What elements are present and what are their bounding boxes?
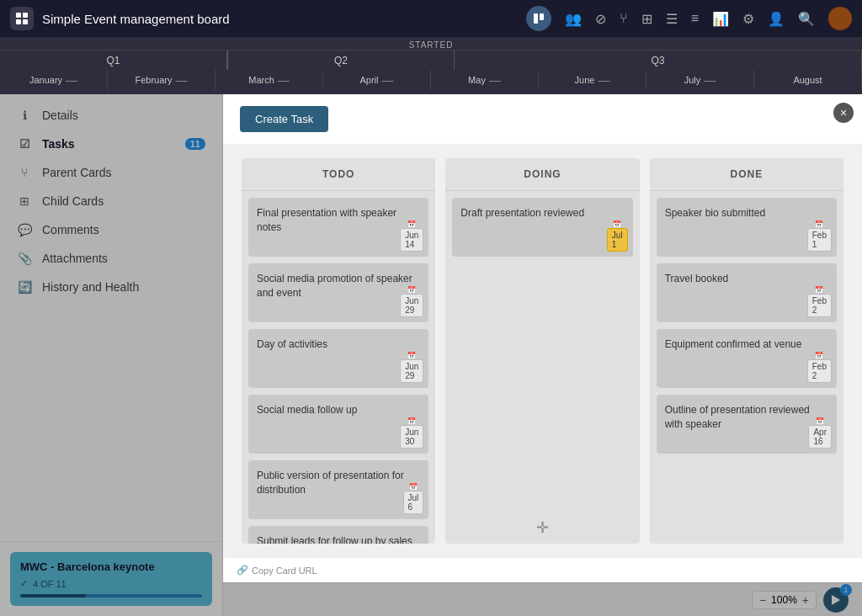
- copy-url-label: Copy Card URL: [252, 566, 317, 576]
- create-task-button[interactable]: Create Task: [240, 106, 328, 132]
- month-april: April—: [323, 70, 431, 90]
- month-july: July—: [646, 70, 754, 90]
- date-label: Jun29: [400, 359, 423, 383]
- card-text: Social media promotion of speaker and ev…: [257, 272, 420, 300]
- task-modal: × Create Task TODO Final presentation wi…: [223, 94, 862, 582]
- timeline-months: January— February— March— April— May— Ju…: [0, 70, 862, 90]
- card-date: 📅 Jul6: [403, 483, 424, 514]
- date-label: Feb2: [807, 359, 832, 383]
- search-icon[interactable]: 🔍: [798, 11, 815, 27]
- kanban-col-done: DONE Speaker bio submitted 📅 Feb1 Travel…: [650, 158, 843, 544]
- card-text: Day of activities: [257, 337, 420, 352]
- date-label: Jul6: [403, 491, 424, 514]
- card-text: Final presentation with speaker notes: [257, 206, 420, 235]
- card-text: Speaker bio submitted: [665, 206, 828, 220]
- date-label: Jun14: [400, 228, 423, 252]
- timeline-quarters: Q1 Q2 Q3: [0, 50, 862, 70]
- card-date: 📅 Jun30: [400, 417, 423, 449]
- kanban-board: TODO Final presentation with speaker not…: [223, 145, 862, 557]
- card-date: 📅 Jun29: [400, 352, 423, 383]
- date-label: Feb1: [807, 228, 832, 252]
- card-date: 📅 Jun14: [400, 220, 423, 252]
- card-social-follow-up[interactable]: Social media follow up 📅 Jun30: [248, 395, 428, 454]
- date-label: Feb2: [807, 294, 832, 317]
- svg-rect-3: [23, 19, 28, 24]
- card-day-activities[interactable]: Day of activities 📅 Jun29: [248, 329, 428, 388]
- modal-overlay: × Create Task TODO Final presentation wi…: [0, 94, 862, 616]
- month-january: January—: [0, 70, 108, 90]
- date-label: Jun29: [400, 294, 423, 317]
- card-draft-presentation[interactable]: Draft presentation reviewed 📅 Jul1: [452, 198, 632, 257]
- calendar-icon: 📅: [816, 417, 824, 425]
- app-title: Simple Event management board: [42, 12, 518, 26]
- settings-icon[interactable]: ⚙: [742, 11, 754, 27]
- card-equipment-confirmed[interactable]: Equipment confirmed at venue 📅 Feb2: [657, 329, 837, 388]
- svg-rect-0: [16, 13, 21, 18]
- card-text: Travel booked: [665, 272, 828, 286]
- app-logo[interactable]: [10, 7, 34, 30]
- todo-cards: Final presentation with speaker notes 📅 …: [242, 191, 435, 544]
- card-social-media-promotion[interactable]: Social media promotion of speaker and ev…: [248, 263, 428, 322]
- modal-header: Create Task: [223, 94, 862, 145]
- card-outline-presentation[interactable]: Outline of presentation reviewed with sp…: [657, 395, 837, 454]
- main-area: ℹ Details ☑ Tasks 11 ⑂ Parent Cards ⊞ Ch…: [0, 94, 862, 616]
- month-may: May—: [431, 70, 539, 90]
- link-icon: 🔗: [237, 565, 248, 576]
- quarter-q3: Q3: [455, 50, 862, 70]
- people-icon[interactable]: 👥: [565, 11, 582, 27]
- month-june: June—: [539, 70, 646, 90]
- copy-card-url[interactable]: 🔗 Copy Card URL: [223, 557, 862, 582]
- calendar-icon: 📅: [407, 286, 416, 294]
- doing-cards: Draft presentation reviewed 📅 Jul1: [445, 191, 639, 512]
- topbar-icons: 👥 ⊘ ⑂ ⊞ ☰ ≡ 📊 ⚙ 👤 🔍: [526, 6, 852, 31]
- kanban-col-todo: TODO Final presentation with speaker not…: [242, 158, 435, 544]
- person-add-icon[interactable]: 👤: [768, 11, 785, 27]
- card-text: Submit leads for follow up by sales: [257, 534, 420, 544]
- hierarchy-icon[interactable]: ⑂: [620, 11, 628, 26]
- filter-icon[interactable]: ⊞: [641, 11, 652, 27]
- calendar-icon: 📅: [409, 483, 418, 491]
- timeline-header: STARTED Q1 Q2 Q3 January— February— Marc…: [0, 37, 862, 94]
- table-icon[interactable]: ☰: [666, 11, 678, 27]
- date-label: Jul1: [607, 228, 628, 252]
- date-label: Apr16: [808, 425, 832, 449]
- list-icon[interactable]: ≡: [691, 11, 699, 26]
- svg-rect-1: [23, 13, 28, 18]
- kanban-col-doing: DOING Draft presentation reviewed 📅 Jul1…: [445, 158, 639, 544]
- card-date: 📅 Feb2: [807, 352, 832, 383]
- quarter-q1: Q1: [0, 50, 227, 70]
- calendar-icon: 📅: [407, 220, 416, 228]
- doing-col-footer: ✛: [445, 512, 639, 544]
- card-date: 📅 Jun29: [400, 286, 423, 317]
- card-public-presentation[interactable]: Public version of presentation for distr…: [248, 460, 428, 519]
- board-view-icon[interactable]: [526, 6, 551, 31]
- calendar-icon: 📅: [815, 220, 823, 228]
- card-speaker-bio[interactable]: Speaker bio submitted 📅 Feb1: [657, 198, 837, 257]
- add-card-icon[interactable]: ✛: [536, 518, 549, 537]
- svg-rect-4: [534, 13, 538, 24]
- done-cards: Speaker bio submitted 📅 Feb1 Travel book…: [650, 191, 843, 544]
- card-text: Public version of presentation for distr…: [257, 469, 420, 497]
- circle-icon[interactable]: ⊘: [595, 11, 606, 27]
- chart-icon[interactable]: 📊: [712, 11, 729, 27]
- topbar: Simple Event management board 👥 ⊘ ⑂ ⊞ ☰ …: [0, 0, 862, 37]
- month-february: February—: [108, 70, 216, 90]
- timeline-started-label: STARTED: [0, 37, 862, 50]
- calendar-icon: 📅: [613, 220, 621, 228]
- col-header-todo: TODO: [242, 158, 435, 191]
- svg-rect-2: [16, 19, 21, 24]
- month-august: August: [754, 70, 862, 90]
- card-final-presentation[interactable]: Final presentation with speaker notes 📅 …: [248, 198, 428, 257]
- card-text: Draft presentation reviewed: [460, 206, 624, 220]
- user-avatar[interactable]: [828, 7, 852, 30]
- card-submit-leads[interactable]: Submit leads for follow up by sales 📅 Ju…: [248, 526, 428, 544]
- card-date: 📅 Feb1: [807, 220, 832, 252]
- calendar-icon: 📅: [815, 352, 823, 359]
- col-header-done: DONE: [650, 158, 843, 191]
- svg-rect-5: [540, 13, 544, 20]
- month-march: March—: [216, 70, 323, 90]
- modal-close-button[interactable]: ×: [833, 103, 854, 123]
- card-date: 📅 Jul1: [607, 220, 628, 252]
- col-header-doing: DOING: [445, 158, 639, 191]
- card-travel-booked[interactable]: Travel booked 📅 Feb2: [657, 263, 837, 322]
